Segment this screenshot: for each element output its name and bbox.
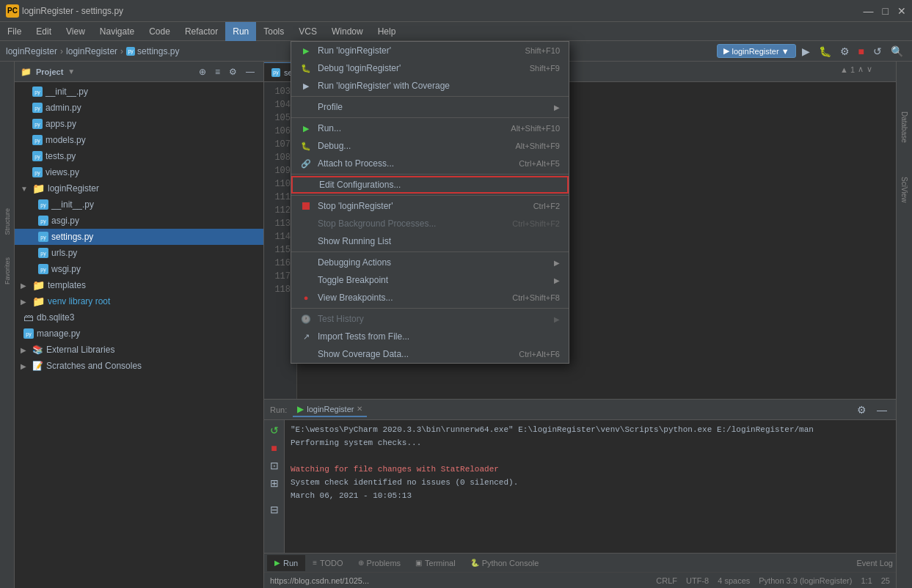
close-button[interactable]: ✕: [897, 5, 906, 17]
run-config-selector[interactable]: ▶ loginRegister ▼: [717, 44, 795, 58]
tree-item-views[interactable]: py views.py: [15, 164, 263, 180]
tree-item-db[interactable]: 🗃 db.sqlite3: [15, 309, 263, 326]
project-dropdown-arrow[interactable]: ▼: [68, 67, 75, 76]
profile-icon: [300, 101, 312, 113]
favorites-tab[interactable]: Favorites: [4, 257, 11, 284]
stop-run-icon[interactable]: ■: [268, 441, 280, 455]
menu-edit[interactable]: Edit: [29, 22, 59, 41]
debug-button[interactable]: 🐛: [816, 44, 834, 59]
menu-code[interactable]: Code: [142, 22, 178, 41]
search-button[interactable]: 🔍: [888, 44, 906, 59]
tree-item-manage[interactable]: py manage.py: [15, 326, 263, 342]
tab-run[interactable]: ▶ Run: [267, 555, 305, 571]
menu-debug-loginregister[interactable]: 🐛 Debug 'loginRegister' Shift+F9: [291, 59, 569, 77]
breadcrumb-folder[interactable]: loginRegister: [66, 46, 117, 56]
status-indent[interactable]: 4 spaces: [718, 576, 750, 585]
menu-file[interactable]: File: [0, 22, 29, 41]
separator-4: [291, 195, 569, 196]
tab-terminal[interactable]: ▣ Terminal: [408, 555, 463, 571]
folder-toggle[interactable]: ▶: [21, 298, 29, 306]
collapse-icon[interactable]: ≡: [212, 65, 223, 78]
stop-button[interactable]: ■: [856, 44, 867, 59]
status-encoding[interactable]: UTF-8: [686, 576, 709, 585]
run-hide-icon[interactable]: —: [874, 403, 890, 417]
tab-run-label: Run: [283, 559, 298, 567]
menu-view[interactable]: View: [59, 22, 92, 41]
rerun-button[interactable]: ↺: [870, 44, 885, 59]
tab-problems-label: Problems: [367, 559, 401, 567]
menu-run[interactable]: Run: [225, 22, 256, 41]
tab-python-console[interactable]: 🐍 Python Console: [463, 555, 547, 571]
menu-toggle-breakpoint[interactable]: Toggle Breakpoint ▶: [291, 271, 569, 289]
window-controls[interactable]: — □ ✕: [864, 5, 906, 17]
restore-layout-icon[interactable]: ⊡: [267, 458, 282, 473]
tab-problems[interactable]: ⊕ Problems: [351, 555, 408, 571]
menu-stop-loginregister[interactable]: Stop 'loginRegister' Ctrl+F2: [291, 197, 569, 215]
structure-tab[interactable]: Structure: [4, 208, 11, 235]
minimize-button[interactable]: —: [864, 5, 874, 17]
menu-tools[interactable]: Tools: [256, 22, 291, 41]
py-icon: py: [32, 103, 43, 113]
menu-vcs[interactable]: VCS: [291, 22, 324, 41]
fold-icon[interactable]: ⊟: [267, 502, 282, 517]
menu-coverage-data[interactable]: Show Coverage Data... Ctrl+Alt+F6: [291, 345, 569, 363]
coverage-button[interactable]: ⚙: [837, 44, 853, 59]
menu-import-tests[interactable]: ↗ Import Tests from File...: [291, 328, 569, 345]
run-tab-loginregister[interactable]: ▶ loginRegister ✕: [293, 403, 367, 417]
folder-toggle[interactable]: ▼: [21, 185, 29, 193]
tree-item-init1[interactable]: py __init__.py: [15, 84, 263, 100]
scroll-end-icon[interactable]: ⊞: [267, 476, 282, 490]
menu-help[interactable]: Help: [371, 22, 404, 41]
run-tab-close[interactable]: ✕: [357, 405, 362, 413]
breadcrumb-root[interactable]: loginRegister: [6, 46, 57, 56]
run-settings-icon[interactable]: ⚙: [854, 403, 869, 417]
menu-edit-configurations[interactable]: Edit Configurations...: [291, 176, 569, 194]
status-interpreter[interactable]: Python 3.9 (loginRegister): [759, 576, 852, 585]
status-num: 25: [881, 576, 890, 585]
tree-item-settings[interactable]: py settings.py: [15, 229, 263, 245]
py-file-icon: py: [126, 47, 135, 56]
status-link[interactable]: https://blog.csdn.net/1025...: [270, 576, 369, 585]
menu-attach-process[interactable]: 🔗 Attach to Process... Ctrl+Alt+F5: [291, 155, 569, 172]
folder-toggle[interactable]: ▶: [21, 346, 29, 354]
folder-toggle[interactable]: ▶: [21, 282, 29, 290]
tree-folder-templates[interactable]: ▶ 📁 templates: [15, 277, 263, 293]
menu-run-loginregister[interactable]: ▶ Run 'loginRegister' Shift+F10: [291, 42, 569, 59]
menu-run-any[interactable]: ▶ Run... Alt+Shift+F10: [291, 120, 569, 137]
tree-item-asgi[interactable]: py asgi.py: [15, 213, 263, 229]
menu-debugging-actions[interactable]: Debugging Actions ▶: [291, 254, 569, 271]
menu-profile[interactable]: Profile ▶: [291, 98, 569, 116]
event-log-link[interactable]: Event Log: [856, 559, 893, 567]
menu-show-running[interactable]: Show Running List: [291, 232, 569, 250]
menu-window[interactable]: Window: [324, 22, 371, 41]
menu-view-breakpoints[interactable]: ● View Breakpoints... Ctrl+Shift+F8: [291, 289, 569, 306]
right-tab-database[interactable]: Database: [899, 106, 910, 149]
tree-item-urls[interactable]: py urls.py: [15, 245, 263, 261]
tab-todo[interactable]: ≡ TODO: [305, 555, 350, 571]
tree-item-init2[interactable]: py __init__.py: [15, 196, 263, 213]
menu-run-coverage[interactable]: ▶ Run 'loginRegister' with Coverage: [291, 77, 569, 95]
menu-navigate[interactable]: Navigate: [92, 22, 142, 41]
status-crlf[interactable]: CRLF: [656, 576, 677, 585]
run-dropdown-menu[interactable]: ▶ Run 'loginRegister' Shift+F10 🐛 Debug …: [291, 41, 569, 364]
tree-external-libs[interactable]: ▶ 📚 External Libraries: [15, 342, 263, 358]
tree-scratches[interactable]: ▶ 📝 Scratches and Consoles: [15, 358, 263, 374]
right-tab-sciview[interactable]: SciView: [899, 171, 910, 208]
folder-toggle[interactable]: ▶: [21, 362, 29, 370]
menu-debug-any[interactable]: 🐛 Debug... Alt+Shift+F9: [291, 137, 569, 155]
tree-item-models[interactable]: py models.py: [15, 132, 263, 148]
run-button[interactable]: ▶: [799, 44, 813, 59]
tree-folder-loginregister[interactable]: ▼ 📁 loginRegister: [15, 180, 263, 196]
maximize-button[interactable]: □: [883, 5, 889, 17]
tree-item-wsgi[interactable]: py wsgi.py: [15, 261, 263, 277]
locate-icon[interactable]: ⊕: [196, 65, 209, 78]
tree-folder-venv[interactable]: ▶ 📁 venv library root: [15, 293, 263, 309]
menu-refactor[interactable]: Refactor: [178, 22, 225, 41]
breadcrumb-file[interactable]: py settings.py: [126, 46, 179, 56]
tree-item-apps[interactable]: py apps.py: [15, 116, 263, 132]
tree-item-admin[interactable]: py admin.py: [15, 100, 263, 116]
rerun-icon[interactable]: ↺: [267, 423, 282, 438]
hide-icon[interactable]: —: [243, 65, 258, 78]
tree-item-tests[interactable]: py tests.py: [15, 148, 263, 164]
settings-icon[interactable]: ⚙: [226, 65, 240, 78]
